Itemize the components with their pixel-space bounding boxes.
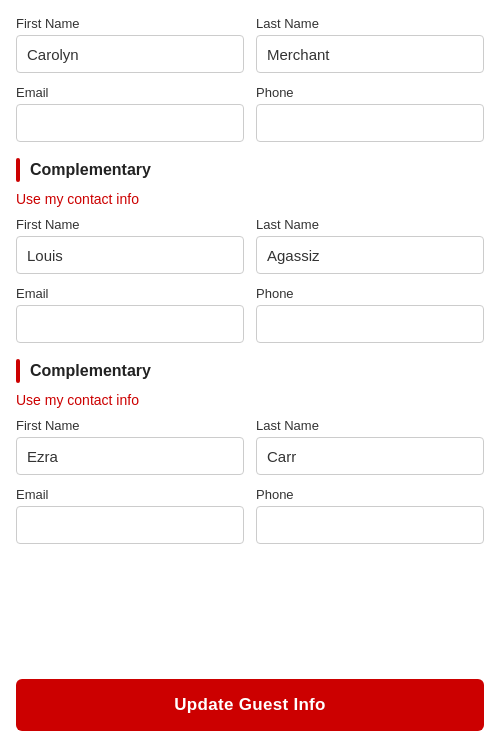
top-firstname-group: First Name — [16, 16, 244, 73]
top-section: First Name Last Name Email Phone — [16, 16, 484, 142]
comp2-lastname-label: Last Name — [256, 418, 484, 433]
update-button-container: Update Guest Info — [0, 667, 500, 743]
complementary-section-1: Complementary Use my contact info First … — [16, 158, 484, 343]
top-name-row: First Name Last Name — [16, 16, 484, 73]
section-bar-1 — [16, 158, 20, 182]
comp2-email-group: Email — [16, 487, 244, 544]
top-lastname-group: Last Name — [256, 16, 484, 73]
top-firstname-input[interactable] — [16, 35, 244, 73]
comp1-name-row: First Name Last Name — [16, 217, 484, 274]
comp2-email-label: Email — [16, 487, 244, 502]
comp2-phone-label: Phone — [256, 487, 484, 502]
top-email-label: Email — [16, 85, 244, 100]
update-guest-info-button[interactable]: Update Guest Info — [16, 679, 484, 731]
comp1-lastname-input[interactable] — [256, 236, 484, 274]
comp1-firstname-input[interactable] — [16, 236, 244, 274]
comp2-firstname-input[interactable] — [16, 437, 244, 475]
comp2-phone-input[interactable] — [256, 506, 484, 544]
comp1-lastname-label: Last Name — [256, 217, 484, 232]
comp1-contact-row: Email Phone — [16, 286, 484, 343]
comp2-contact-row: Email Phone — [16, 487, 484, 544]
comp2-firstname-group: First Name — [16, 418, 244, 475]
use-contact-link-1[interactable]: Use my contact info — [16, 191, 139, 207]
comp2-phone-group: Phone — [256, 487, 484, 544]
complementary-section-2: Complementary Use my contact info First … — [16, 359, 484, 544]
use-contact-link-2[interactable]: Use my contact info — [16, 392, 139, 408]
complementary-1-header: Complementary — [16, 158, 484, 182]
comp1-lastname-group: Last Name — [256, 217, 484, 274]
comp1-firstname-group: First Name — [16, 217, 244, 274]
top-lastname-input[interactable] — [256, 35, 484, 73]
comp2-lastname-input[interactable] — [256, 437, 484, 475]
complementary-2-title: Complementary — [30, 362, 151, 380]
top-firstname-label: First Name — [16, 16, 244, 31]
comp1-phone-label: Phone — [256, 286, 484, 301]
comp2-email-input[interactable] — [16, 506, 244, 544]
top-email-input[interactable] — [16, 104, 244, 142]
comp2-name-row: First Name Last Name — [16, 418, 484, 475]
top-contact-row: Email Phone — [16, 85, 484, 142]
comp1-phone-input[interactable] — [256, 305, 484, 343]
top-phone-input[interactable] — [256, 104, 484, 142]
comp1-phone-group: Phone — [256, 286, 484, 343]
top-lastname-label: Last Name — [256, 16, 484, 31]
section-bar-2 — [16, 359, 20, 383]
top-email-group: Email — [16, 85, 244, 142]
comp2-lastname-group: Last Name — [256, 418, 484, 475]
top-phone-label: Phone — [256, 85, 484, 100]
comp1-email-group: Email — [16, 286, 244, 343]
complementary-2-header: Complementary — [16, 359, 484, 383]
comp2-firstname-label: First Name — [16, 418, 244, 433]
complementary-1-title: Complementary — [30, 161, 151, 179]
comp1-firstname-label: First Name — [16, 217, 244, 232]
top-phone-group: Phone — [256, 85, 484, 142]
comp1-email-input[interactable] — [16, 305, 244, 343]
comp1-email-label: Email — [16, 286, 244, 301]
